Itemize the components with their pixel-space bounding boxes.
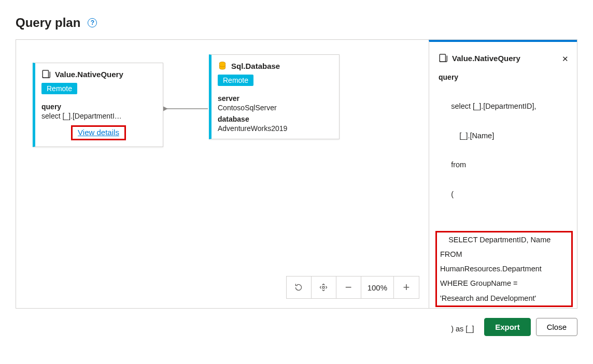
- fit-view-button[interactable]: [312, 276, 336, 298]
- dialog-header: Query plan ?: [16, 16, 577, 30]
- query-plan-canvas[interactable]: Value.NativeQuery Remote query select [_…: [16, 40, 429, 308]
- zoom-percent: 100%: [361, 276, 394, 298]
- remote-badge: Remote: [218, 75, 253, 86]
- node-value-nativequery[interactable]: Value.NativeQuery Remote query select [_…: [33, 63, 163, 147]
- detail-header: Value.NativeQuery: [439, 53, 569, 63]
- node-sql-database[interactable]: Sql.Database Remote server ContosoSqlSer…: [209, 54, 340, 139]
- close-icon[interactable]: ✕: [562, 54, 569, 64]
- query-plan-body: Value.NativeQuery Remote query select [_…: [16, 39, 577, 309]
- svg-rect-4: [440, 54, 445, 62]
- detail-panel: Value.NativeQuery ✕ query select [_].[De…: [429, 40, 577, 308]
- node-title: Sql.Database: [231, 62, 280, 70]
- server-value: ContosoSqlServer: [218, 104, 332, 112]
- script-icon: [439, 53, 448, 63]
- node-title: Value.NativeQuery: [55, 70, 123, 79]
- view-details-link[interactable]: View details: [78, 128, 119, 137]
- edge-arrow: [163, 105, 209, 112]
- help-icon[interactable]: ?: [88, 18, 97, 27]
- zoom-out-button[interactable]: −: [336, 276, 361, 298]
- database-label: database: [218, 115, 332, 123]
- reset-view-button[interactable]: [287, 276, 312, 298]
- detail-query-label: query: [439, 73, 569, 81]
- zoom-in-button[interactable]: +: [394, 276, 419, 298]
- view-details-highlight: View details: [71, 125, 126, 140]
- server-label: server: [218, 94, 332, 103]
- svg-rect-3: [322, 286, 324, 288]
- zoom-toolbar: − 100% +: [286, 276, 419, 299]
- remote-badge: Remote: [41, 83, 77, 94]
- query-value: select [_].[DepartmentI…: [41, 112, 156, 120]
- script-icon: [41, 69, 51, 79]
- detail-title: Value.NativeQuery: [452, 54, 520, 63]
- detail-query-text: select [_].[DepartmentID], [_].[Name] fr…: [439, 84, 569, 352]
- database-value: AdventureWorks2019: [218, 124, 332, 133]
- highlighted-sql: SELECT DepartmentID, NameFROMHumanResour…: [435, 231, 573, 307]
- page-title: Query plan: [16, 16, 80, 30]
- database-icon: [218, 61, 227, 70]
- svg-rect-0: [43, 70, 48, 78]
- node-header: Sql.Database: [218, 61, 332, 70]
- query-label: query: [41, 103, 156, 111]
- node-header: Value.NativeQuery: [41, 69, 156, 79]
